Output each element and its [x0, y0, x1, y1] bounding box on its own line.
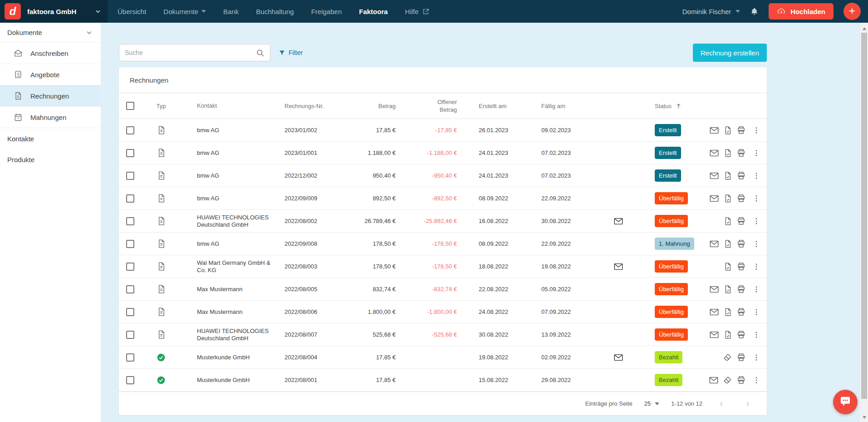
col-erstellt-am[interactable]: Erstellt am — [471, 103, 535, 109]
scroll-up-arrow[interactable] — [860, 25, 868, 32]
sidebar-section-produkte[interactable]: Produkte — [0, 149, 101, 170]
print-icon[interactable] — [736, 125, 746, 135]
row-menu-kebab-icon[interactable] — [752, 126, 760, 134]
table-row[interactable]: bmw AG2022/12/002950,40 €-950,40 €24.01.… — [119, 164, 767, 187]
nav-item-hilfe[interactable]: Hilfe — [405, 8, 430, 15]
download-pdf-icon[interactable] — [723, 330, 732, 339]
scroll-down-arrow[interactable] — [860, 413, 868, 421]
table-row[interactable]: bmw AG2022/09/009892,50 €-892,50 €08.09.… — [119, 187, 767, 210]
row-checkbox[interactable] — [126, 126, 134, 134]
table-row[interactable]: HUAWEI TECHNOLOGIES Deutschland GmbH2022… — [119, 210, 767, 233]
user-menu[interactable]: Dominik Fischer — [682, 8, 740, 15]
print-icon[interactable] — [736, 239, 746, 248]
table-row[interactable]: Musterkunde GmbH2022/08/00117,85 €15.08.… — [119, 369, 767, 392]
nav-item-dokumente[interactable]: Dokumente — [163, 8, 206, 15]
download-pdf-icon[interactable] — [723, 171, 732, 180]
print-icon[interactable] — [736, 216, 746, 226]
send-email-icon[interactable] — [709, 125, 719, 135]
nav-item-faktoora[interactable]: Faktoora — [359, 8, 387, 15]
print-icon[interactable] — [736, 284, 746, 294]
download-pdf-icon[interactable] — [723, 217, 732, 226]
col-typ[interactable]: Typ — [144, 103, 178, 109]
row-checkbox[interactable] — [126, 308, 134, 316]
col-betrag[interactable]: Betrag — [359, 102, 409, 110]
row-checkbox[interactable] — [126, 194, 134, 203]
sidebar-item-anschreiben[interactable]: Anschreiben — [0, 43, 101, 64]
sidebar-item-mahnungen[interactable]: Mahnungen — [0, 107, 101, 128]
search-input[interactable] — [125, 49, 256, 56]
print-icon[interactable] — [736, 262, 746, 271]
sidebar-item-rechnungen[interactable]: Rechnungen — [0, 85, 101, 107]
row-checkbox[interactable] — [126, 353, 134, 362]
row-menu-kebab-icon[interactable] — [752, 240, 760, 248]
nav-item-freigaben[interactable]: Freigaben — [311, 8, 342, 15]
send-email-icon[interactable] — [709, 284, 719, 294]
download-pdf-icon[interactable] — [723, 239, 732, 248]
download-pdf-icon[interactable] — [723, 194, 732, 203]
col-status[interactable]: Status — [632, 103, 714, 109]
row-checkbox[interactable] — [126, 240, 134, 248]
row-menu-kebab-icon[interactable] — [752, 263, 760, 271]
row-menu-kebab-icon[interactable] — [752, 285, 760, 293]
add-new-button[interactable]: + — [843, 3, 861, 20]
create-invoice-button[interactable]: Rechnung erstellen — [693, 44, 767, 62]
select-all-checkbox[interactable] — [126, 102, 134, 110]
download-pdf-icon[interactable] — [723, 285, 732, 294]
send-email-icon[interactable] — [709, 330, 719, 340]
next-page-button[interactable] — [740, 400, 755, 407]
support-chat-button[interactable] — [833, 390, 858, 414]
send-email-icon[interactable] — [709, 375, 719, 385]
col-offener-betrag[interactable]: Offener Betrag — [409, 98, 471, 114]
print-icon[interactable] — [736, 194, 746, 203]
prev-page-button[interactable] — [714, 400, 729, 407]
print-icon[interactable] — [736, 171, 746, 180]
page-scrollbar[interactable] — [860, 23, 868, 422]
download-pdf-icon[interactable] — [723, 308, 732, 317]
print-icon[interactable] — [736, 352, 746, 362]
table-row[interactable]: bmw AG2023/01/00217,85 €-17,85 €26.01.20… — [119, 119, 767, 142]
company-selector[interactable]: d faktoora GmbH — [0, 0, 108, 23]
send-email-icon[interactable] — [709, 307, 719, 317]
download-pdf-icon[interactable] — [723, 126, 732, 135]
download-pdf-icon[interactable] — [723, 149, 732, 158]
row-checkbox[interactable] — [126, 263, 134, 271]
table-row[interactable]: Musterkunde GmbH2022/08/00417,85 €19.08.… — [119, 346, 767, 369]
send-email-icon[interactable] — [709, 194, 719, 204]
send-email-icon[interactable] — [709, 171, 719, 181]
col-faellig-am[interactable]: Fällig am — [535, 103, 605, 109]
sidebar-section-kontakte[interactable]: Kontakte — [0, 128, 101, 149]
print-icon[interactable] — [736, 330, 746, 339]
sidebar-group-dokumente[interactable]: Dokumente — [0, 23, 101, 43]
row-checkbox[interactable] — [126, 149, 134, 157]
eraser-icon[interactable] — [723, 352, 732, 362]
scrollbar-thumb[interactable] — [861, 33, 867, 399]
table-row[interactable]: bmw AG2023/01/0011.188,00 €-1.188,00 €24… — [119, 142, 767, 164]
row-menu-kebab-icon[interactable] — [752, 194, 760, 203]
filter-button[interactable]: Filter — [279, 49, 303, 56]
col-rechnungs-nr[interactable]: Rechnungs-Nr. — [280, 103, 359, 109]
row-menu-kebab-icon[interactable] — [752, 217, 760, 225]
search-icon[interactable] — [256, 49, 265, 57]
row-checkbox[interactable] — [126, 172, 134, 180]
nav-item-buchhaltung[interactable]: Buchhaltung — [256, 8, 294, 15]
nav-item-bank[interactable]: Bank — [223, 8, 239, 15]
row-checkbox[interactable] — [126, 331, 134, 339]
col-kontakt[interactable]: Kontakt — [178, 102, 280, 109]
print-icon[interactable] — [736, 375, 746, 385]
row-menu-kebab-icon[interactable] — [752, 331, 760, 339]
send-email-icon[interactable] — [709, 239, 719, 249]
send-email-icon[interactable] — [709, 148, 719, 158]
table-row[interactable]: Max Mustermann2022/08/005832,74 €-832,74… — [119, 278, 767, 301]
print-icon[interactable] — [736, 148, 746, 158]
table-row[interactable]: Wal Mart Germany GmbH & Co. KG2022/08/00… — [119, 255, 767, 278]
row-checkbox[interactable] — [126, 285, 134, 293]
row-menu-kebab-icon[interactable] — [752, 149, 760, 157]
upload-button[interactable]: Hochladen — [769, 3, 834, 20]
sidebar-item-angebote[interactable]: Angebote — [0, 64, 101, 85]
row-menu-kebab-icon[interactable] — [752, 353, 760, 362]
table-row[interactable]: HUAWEI TECHNOLOGIES Deutschland GmbH2022… — [119, 323, 767, 346]
row-menu-kebab-icon[interactable] — [752, 376, 760, 384]
table-row[interactable]: bmw AG2022/09/008178,50 €-178,50 €08.09.… — [119, 233, 767, 255]
table-row[interactable]: Max Mustermann2022/08/0061.800,00 €-1.80… — [119, 301, 767, 323]
print-icon[interactable] — [736, 307, 746, 317]
